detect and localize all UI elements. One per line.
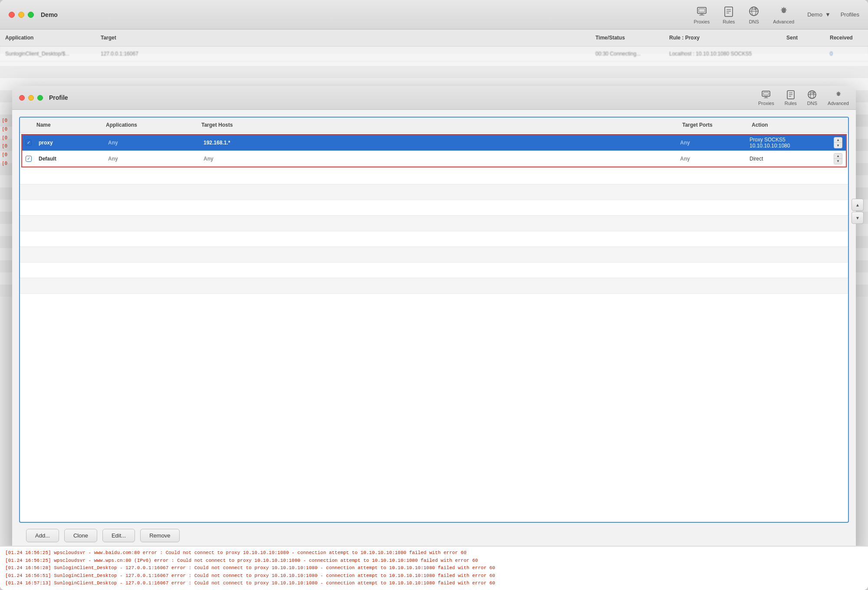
- svg-rect-16: [764, 98, 768, 98]
- log-line-5: [01.24 16:57:13] SunloginClient_Desktop …: [5, 580, 863, 587]
- profile-advanced-item[interactable]: Advanced: [828, 90, 849, 106]
- profile-dns-item[interactable]: .COM DNS: [807, 90, 817, 106]
- titlebar: Demo Proxies: [0, 0, 868, 30]
- svg-text:.COM: .COM: [751, 8, 757, 10]
- profile-close-button[interactable]: [19, 95, 25, 101]
- stepper-up-icon[interactable]: ▲: [834, 154, 842, 159]
- log-partial-3: [0: [2, 134, 11, 142]
- profile-titlebar: Profile Proxies: [12, 86, 856, 110]
- close-button[interactable]: [9, 12, 15, 18]
- log-partial-2: [0: [2, 125, 11, 134]
- row2-checkmark-icon: ✓: [27, 157, 30, 161]
- stepper-up-icon[interactable]: ▲: [834, 138, 842, 143]
- scroll-down-button[interactable]: ▼: [852, 212, 864, 224]
- profile-rules-label: Rules: [785, 101, 797, 106]
- dns-icon: .COM: [748, 5, 760, 17]
- main-window: Demo Proxies: [0, 0, 868, 590]
- traffic-lights: [9, 12, 34, 18]
- col-rule-proxy: Rule : Proxy: [664, 33, 781, 43]
- conn-app-cell: SunloginClient_Desktop/$...: [0, 49, 95, 59]
- partial-log-lines: [0 [0 [0 [0 [0 [0: [0, 116, 11, 168]
- proxies-label: Proxies: [694, 19, 710, 24]
- conn-received-value: 0: [830, 51, 833, 57]
- profile-proxies-item[interactable]: Proxies: [758, 90, 774, 106]
- profile-proxies-label: Proxies: [758, 101, 774, 106]
- profiles-section[interactable]: Demo ▼ Profiles: [807, 11, 859, 18]
- advanced-toolbar-item[interactable]: Advanced: [773, 5, 794, 24]
- row2-apps: Any: [105, 154, 200, 164]
- row2-hosts: Any: [200, 154, 677, 164]
- row1-stepper[interactable]: ▲ ▼: [834, 137, 842, 148]
- profile-minimize-button[interactable]: [28, 95, 34, 101]
- row1-name: proxy: [35, 138, 105, 148]
- content-area: Application Target Time/Status Rule : Pr…: [0, 30, 868, 590]
- row2-action-text-group: Direct: [750, 156, 763, 162]
- connection-row-blurred: SunloginClient_Desktop/$... 127.0.0.1:16…: [0, 46, 868, 62]
- empty-row: [20, 231, 848, 247]
- row1-action-text-group: Proxy SOCKS5 10.10.10.10:1080: [750, 137, 790, 149]
- col-check: [20, 120, 33, 130]
- maximize-button[interactable]: [28, 12, 34, 18]
- rules-table: Name Applications Target Hosts Target Po…: [19, 117, 849, 523]
- remove-button[interactable]: Remove: [140, 529, 179, 542]
- svg-rect-14: [763, 92, 769, 95]
- stepper-down-icon[interactable]: ▼: [834, 159, 842, 164]
- table-row[interactable]: ✓ Default Any Any Any Direct: [22, 151, 846, 167]
- scroll-buttons: ▲ ▼: [852, 199, 864, 224]
- profile-advanced-icon: [834, 90, 843, 99]
- profile-proxies-icon: [761, 90, 771, 99]
- profile-maximize-button: [37, 95, 43, 101]
- edit-button[interactable]: Edit...: [102, 529, 135, 542]
- row2-ports: Any: [677, 154, 746, 164]
- table-row[interactable]: ✓ proxy Any 192.168.1.* Any Proxy SOCKS5…: [22, 135, 846, 151]
- col-applications: Applications: [102, 120, 198, 130]
- scroll-up-icon: ▲: [855, 203, 860, 207]
- row1-checkbox[interactable]: ✓: [22, 140, 35, 146]
- row2-checkbox-box: ✓: [26, 156, 32, 162]
- col-application: Application: [0, 33, 95, 43]
- empty-row: [20, 278, 848, 294]
- log-line-2: [01.24 16:56:25] wpscloudsvr - www.wps.c…: [5, 557, 863, 565]
- profiles-chevron-icon: ▼: [825, 11, 831, 18]
- col-time-status: Time/Status: [590, 33, 664, 43]
- clone-button[interactable]: Clone: [64, 529, 97, 542]
- log-partial-6: [0: [2, 159, 11, 168]
- log-line-4: [01.24 16:56:51] SunloginClient_Desktop …: [5, 572, 863, 580]
- svg-rect-4: [725, 7, 733, 16]
- proxies-icon: [696, 5, 708, 17]
- profile-rules-item[interactable]: Rules: [785, 90, 797, 106]
- window-title: Demo: [41, 11, 58, 18]
- rules-table-header: Name Applications Target Hosts Target Po…: [20, 118, 848, 133]
- log-line-1: [01.24 16:56:25] wpscloudsvr - www.baidu…: [5, 549, 863, 557]
- empty-row: [20, 200, 848, 216]
- add-button[interactable]: Add...: [26, 529, 59, 542]
- profile-rules-icon: [786, 90, 796, 99]
- rules-toolbar-item[interactable]: Rules: [723, 5, 735, 24]
- log-partial-4: [0: [2, 142, 11, 151]
- row1-apps: Any: [105, 138, 200, 148]
- stepper-down-icon[interactable]: ▼: [834, 143, 842, 148]
- row1-action-line2: 10.10.10.10:1080: [750, 143, 790, 149]
- row1-ports: Any: [677, 138, 746, 148]
- profiles-title-label: Demo: [807, 11, 822, 18]
- col-received: Received: [825, 33, 868, 43]
- profile-traffic-lights: [19, 95, 43, 101]
- minimize-button[interactable]: [18, 12, 24, 18]
- advanced-label: Advanced: [773, 19, 794, 24]
- row1-checkmark-icon: ✓: [27, 141, 30, 145]
- row2-stepper[interactable]: ▲ ▼: [834, 153, 842, 164]
- log-content: [01.24 16:56:25] wpscloudsvr - www.baidu…: [0, 546, 868, 590]
- partial-log-area: [0 [0 [0 [0 [0 [0: [0, 116, 11, 168]
- profile-modal: Profile Proxies: [12, 86, 856, 555]
- empty-row: [20, 169, 848, 184]
- scroll-up-button[interactable]: ▲: [852, 199, 864, 211]
- col-name: Name: [33, 120, 102, 130]
- empty-row: [20, 184, 848, 200]
- profile-title: Profile: [49, 94, 68, 101]
- svg-text:.COM: .COM: [810, 92, 815, 94]
- col-target-ports: Target Ports: [679, 120, 748, 130]
- dns-toolbar-item[interactable]: .COM DNS: [748, 5, 760, 24]
- proxies-toolbar-item[interactable]: Proxies: [694, 5, 710, 24]
- row2-checkbox[interactable]: ✓: [22, 156, 35, 162]
- rules-icon: [723, 5, 735, 17]
